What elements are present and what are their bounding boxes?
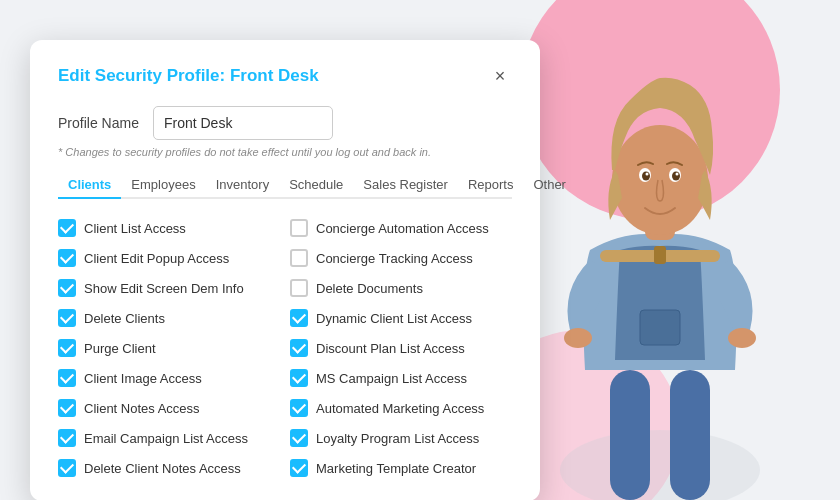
- checkbox-concierge-automation[interactable]: [290, 219, 308, 237]
- permission-client-image-access: Client Image Access: [58, 365, 280, 391]
- permission-label-concierge-automation: Concierge Automation Access: [316, 221, 489, 236]
- permission-label-show-edit-screen: Show Edit Screen Dem Info: [84, 281, 244, 296]
- profile-name-label: Profile Name: [58, 115, 139, 131]
- checkbox-dynamic-client-list[interactable]: [290, 309, 308, 327]
- svg-point-13: [728, 328, 756, 348]
- permission-client-notes-access: Client Notes Access: [58, 395, 280, 421]
- checkbox-delete-client-notes[interactable]: [58, 459, 76, 477]
- permission-delete-clients: Delete Clients: [58, 305, 280, 331]
- permission-delete-documents: Delete Documents: [290, 275, 512, 301]
- permission-label-discount-plan-list: Discount Plan List Access: [316, 341, 465, 356]
- tab-employees[interactable]: Employees: [121, 172, 205, 199]
- tab-reports[interactable]: Reports: [458, 172, 524, 199]
- tab-sales-register[interactable]: Sales Register: [353, 172, 458, 199]
- checkbox-discount-plan-list[interactable]: [290, 339, 308, 357]
- tab-clients[interactable]: Clients: [58, 172, 121, 199]
- permission-email-campaign-list: Email Campaign List Access: [58, 425, 280, 451]
- svg-point-12: [564, 328, 592, 348]
- svg-point-5: [612, 125, 708, 235]
- checkbox-show-edit-screen[interactable]: [58, 279, 76, 297]
- profile-name-input[interactable]: [153, 106, 333, 140]
- permission-label-delete-clients: Delete Clients: [84, 311, 165, 326]
- close-button[interactable]: ×: [488, 64, 512, 88]
- edit-security-profile-modal: Edit Security Profile: Front Desk × Prof…: [30, 40, 540, 500]
- permission-show-edit-screen: Show Edit Screen Dem Info: [58, 275, 280, 301]
- checkbox-loyalty-program-list[interactable]: [290, 429, 308, 447]
- tab-inventory[interactable]: Inventory: [206, 172, 279, 199]
- permission-label-purge-client: Purge Client: [84, 341, 156, 356]
- permission-dynamic-client-list: Dynamic Client List Access: [290, 305, 512, 331]
- checkbox-client-notes-access[interactable]: [58, 399, 76, 417]
- permission-discount-plan-list: Discount Plan List Access: [290, 335, 512, 361]
- permission-label-client-notes-access: Client Notes Access: [84, 401, 200, 416]
- checkbox-marketing-template-creator[interactable]: [290, 459, 308, 477]
- permission-concierge-automation: Concierge Automation Access: [290, 215, 512, 241]
- permission-ms-campaign-list: MS Campaign List Access: [290, 365, 512, 391]
- permission-purge-client: Purge Client: [58, 335, 280, 361]
- svg-rect-2: [670, 370, 710, 500]
- permission-label-dynamic-client-list: Dynamic Client List Access: [316, 311, 472, 326]
- svg-point-11: [676, 173, 679, 176]
- permission-loyalty-program-list: Loyalty Program List Access: [290, 425, 512, 451]
- permission-concierge-tracking: Concierge Tracking Access: [290, 245, 512, 271]
- tab-schedule[interactable]: Schedule: [279, 172, 353, 199]
- checkbox-ms-campaign-list[interactable]: [290, 369, 308, 387]
- permission-label-automated-marketing: Automated Marketing Access: [316, 401, 484, 416]
- checkbox-email-campaign-list[interactable]: [58, 429, 76, 447]
- permission-label-delete-documents: Delete Documents: [316, 281, 423, 296]
- permission-label-concierge-tracking: Concierge Tracking Access: [316, 251, 473, 266]
- permission-label-loyalty-program-list: Loyalty Program List Access: [316, 431, 479, 446]
- tab-other[interactable]: Other: [523, 172, 576, 199]
- person-image: [500, 40, 820, 500]
- permission-label-client-image-access: Client Image Access: [84, 371, 202, 386]
- checkbox-delete-documents[interactable]: [290, 279, 308, 297]
- checkbox-client-image-access[interactable]: [58, 369, 76, 387]
- profile-name-row: Profile Name: [58, 106, 512, 140]
- svg-point-0: [560, 430, 760, 500]
- permission-label-ms-campaign-list: MS Campaign List Access: [316, 371, 467, 386]
- checkbox-client-list-access[interactable]: [58, 219, 76, 237]
- checkbox-delete-clients[interactable]: [58, 309, 76, 327]
- permissions-grid: Client List Access Concierge Automation …: [58, 215, 512, 481]
- permission-label-marketing-template-creator: Marketing Template Creator: [316, 461, 476, 476]
- permission-label-delete-client-notes: Delete Client Notes Access: [84, 461, 241, 476]
- permission-client-edit-popup: Client Edit Popup Access: [58, 245, 280, 271]
- checkbox-client-edit-popup[interactable]: [58, 249, 76, 267]
- checkbox-concierge-tracking[interactable]: [290, 249, 308, 267]
- modal-title-static: Edit Security Profile:: [58, 66, 225, 85]
- permission-automated-marketing: Automated Marketing Access: [290, 395, 512, 421]
- modal-title-name: Front Desk: [230, 66, 319, 85]
- permission-label-email-campaign-list: Email Campaign List Access: [84, 431, 248, 446]
- svg-point-8: [642, 172, 650, 181]
- svg-point-9: [672, 172, 680, 181]
- permission-delete-client-notes: Delete Client Notes Access: [58, 455, 280, 481]
- checkbox-automated-marketing[interactable]: [290, 399, 308, 417]
- svg-point-10: [646, 173, 649, 176]
- permission-marketing-template-creator: Marketing Template Creator: [290, 455, 512, 481]
- svg-rect-15: [654, 246, 666, 264]
- permission-label-client-list-access: Client List Access: [84, 221, 186, 236]
- svg-rect-1: [610, 370, 650, 500]
- svg-rect-3: [640, 310, 680, 345]
- permission-label-client-edit-popup: Client Edit Popup Access: [84, 251, 229, 266]
- tabs-container: Clients Employees Inventory Schedule Sal…: [58, 172, 512, 199]
- modal-title: Edit Security Profile: Front Desk: [58, 66, 319, 86]
- modal-header: Edit Security Profile: Front Desk ×: [58, 64, 512, 88]
- permission-client-list-access: Client List Access: [58, 215, 280, 241]
- notice-text: * Changes to security profiles do not ta…: [58, 146, 512, 158]
- checkbox-purge-client[interactable]: [58, 339, 76, 357]
